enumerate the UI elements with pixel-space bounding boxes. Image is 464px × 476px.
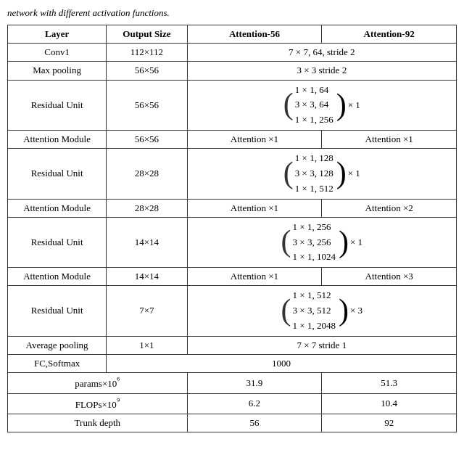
cell-layer: Residual Unit [8, 286, 107, 336]
cell-output: 28×28 [107, 149, 187, 199]
cell-output: 56×56 [107, 130, 187, 148]
cell-matrix: (1 × 1, 643 × 3, 641 × 1, 256)× 1 [187, 80, 456, 130]
cell-output: 28×28 [107, 199, 187, 217]
matrix-line: 1 × 1, 1024 [293, 250, 336, 265]
header-att92: Attention-92 [322, 25, 457, 44]
cell-layer: Attention Module [8, 268, 107, 286]
multiplier: × 3 [350, 304, 362, 317]
multiplier: × 1 [350, 236, 362, 249]
cell-output: 56×56 [107, 62, 187, 80]
cell-matrix: (1 × 1, 2563 × 3, 2561 × 1, 1024)× 1 [187, 217, 456, 267]
intro-text: network with different activation functi… [7, 7, 457, 19]
cell-att92: Attention ×1 [322, 130, 457, 148]
matrix-line: 1 × 1, 128 [295, 151, 334, 166]
cell-layer: Residual Unit [8, 217, 107, 267]
stat-att56: 56 [187, 414, 322, 432]
cell-output: 14×14 [107, 268, 187, 286]
stat-att92: 51.3 [322, 373, 457, 394]
stat-att92: 10.4 [322, 393, 457, 414]
table-row: params×10⁶31.951.3 [8, 373, 457, 394]
matrix-line: 1 × 1, 2048 [293, 319, 336, 334]
matrix-line: 3 × 3, 128 [295, 166, 334, 181]
matrix-line: 1 × 1, 512 [293, 288, 336, 303]
matrix-line: 1 × 1, 64 [295, 83, 334, 98]
cell-layer: Conv1 [8, 44, 107, 62]
cell-layer: Max pooling [8, 62, 107, 80]
table-row: Attention Module56×56Attention ×1Attenti… [8, 130, 457, 148]
multiplier: × 1 [348, 99, 360, 112]
table-row: Residual Unit28×28(1 × 1, 1283 × 3, 1281… [8, 149, 457, 199]
architecture-table: Layer Output Size Attention-56 Attention… [7, 25, 457, 432]
cell-output: 112×112 [107, 44, 187, 62]
stat-att56: 31.9 [187, 373, 322, 394]
cell-layer: Attention Module [8, 199, 107, 217]
multiplier: × 1 [348, 167, 360, 180]
stat-att56: 6.2 [187, 393, 322, 414]
stat-att92: 92 [322, 414, 457, 432]
cell-layer: Residual Unit [8, 80, 107, 130]
cell-att56: Attention ×1 [187, 268, 322, 286]
matrix-line: 3 × 3, 512 [293, 303, 336, 319]
cell-output: 14×14 [107, 217, 187, 267]
matrix-line: 1 × 1, 512 [295, 181, 334, 197]
cell-att56: Attention ×1 [187, 199, 322, 217]
cell-layer: Average pooling [8, 336, 107, 354]
cell-att92: Attention ×3 [322, 268, 457, 286]
table-row: Max pooling56×563 × 3 stride 2 [8, 62, 457, 80]
table-row: Trunk depth5692 [8, 414, 457, 432]
cell-merged: 7 × 7 stride 1 [187, 336, 456, 354]
header-row: Layer Output Size Attention-56 Attention… [8, 25, 457, 44]
header-layer: Layer [8, 25, 107, 44]
cell-matrix: (1 × 1, 1283 × 3, 1281 × 1, 512)× 1 [187, 149, 456, 199]
table-row: Residual Unit14×14(1 × 1, 2563 × 3, 2561… [8, 217, 457, 267]
table-row: Residual Unit56×56(1 × 1, 643 × 3, 641 ×… [8, 80, 457, 130]
matrix-line: 1 × 1, 256 [293, 220, 336, 235]
table-row: Average pooling1×17 × 7 stride 1 [8, 336, 457, 354]
matrix-line: 3 × 3, 256 [293, 235, 336, 250]
table-row: Attention Module28×28Attention ×1Attenti… [8, 199, 457, 217]
cell-layer: FC,Softmax [8, 354, 107, 372]
table-row: Attention Module14×14Attention ×1Attenti… [8, 268, 457, 286]
matrix-line: 1 × 1, 256 [295, 112, 334, 128]
cell-output: 7×7 [107, 286, 187, 336]
page-wrapper: network with different activation functi… [7, 7, 457, 432]
cell-merged: 1000 [107, 354, 457, 372]
cell-att92: Attention ×2 [322, 199, 457, 217]
cell-att56: Attention ×1 [187, 130, 322, 148]
table-row: Residual Unit7×7(1 × 1, 5123 × 3, 5121 ×… [8, 286, 457, 336]
matrix-line: 3 × 3, 64 [295, 97, 334, 112]
cell-merged: 7 × 7, 64, stride 2 [187, 44, 456, 62]
table-row: FC,Softmax1000 [8, 354, 457, 372]
table-row: Conv1112×1127 × 7, 64, stride 2 [8, 44, 457, 62]
header-att56: Attention-56 [187, 25, 322, 44]
stat-label: FLOPs×10⁹ [8, 393, 188, 414]
cell-layer: Residual Unit [8, 149, 107, 199]
cell-output: 56×56 [107, 80, 187, 130]
stat-label: params×10⁶ [8, 373, 188, 394]
cell-matrix: (1 × 1, 5123 × 3, 5121 × 1, 2048)× 3 [187, 286, 456, 336]
cell-output: 1×1 [107, 336, 187, 354]
cell-merged: 3 × 3 stride 2 [187, 62, 456, 80]
stat-label: Trunk depth [8, 414, 188, 432]
header-output: Output Size [107, 25, 187, 44]
table-row: FLOPs×10⁹6.210.4 [8, 393, 457, 414]
cell-layer: Attention Module [8, 130, 107, 148]
